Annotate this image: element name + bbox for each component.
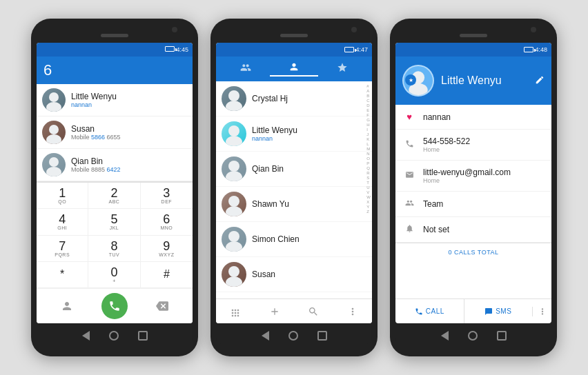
add-contact-button[interactable] bbox=[57, 296, 77, 316]
nickname-block: nannan bbox=[423, 112, 545, 122]
svg-point-3 bbox=[46, 134, 61, 144]
contact-name-simon: Simon Chien bbox=[252, 234, 300, 244]
status-icons-1: 4:45 bbox=[165, 46, 188, 53]
contact-sub-wenyu-p2: nannan bbox=[252, 135, 297, 142]
p2-contact-simon[interactable]: Simon Chien bbox=[216, 222, 372, 257]
email-label: Home bbox=[423, 177, 545, 184]
avatar-susan bbox=[42, 121, 66, 144]
search-button[interactable] bbox=[308, 306, 319, 317]
status-icons-2: 4:47 bbox=[344, 46, 368, 53]
group-block: Team bbox=[423, 199, 545, 209]
call-label: CALL bbox=[426, 307, 444, 315]
more-options-button[interactable] bbox=[347, 306, 358, 317]
dial-key-star[interactable]: * bbox=[37, 262, 88, 288]
phone-camera-1 bbox=[172, 27, 177, 32]
phone-2: 4:47 Crystal Hj bbox=[210, 19, 378, 356]
group-value: Team bbox=[423, 199, 545, 209]
call-button-1[interactable] bbox=[101, 293, 128, 319]
phone3-profile-header: ★ Little Wenyu bbox=[395, 57, 551, 105]
contact-row-qian-bin[interactable]: Qian Bin Mobile 8885 6422 bbox=[37, 149, 193, 181]
info-row-phone[interactable]: 544-558-522 Home bbox=[395, 130, 551, 161]
nav-recent-1[interactable] bbox=[138, 331, 148, 341]
phone-nav-3 bbox=[395, 327, 551, 344]
svg-point-4 bbox=[49, 157, 59, 167]
tab-contacts[interactable] bbox=[270, 61, 318, 77]
dial-key-9[interactable]: 9WXYZ bbox=[141, 236, 193, 262]
svg-point-8 bbox=[228, 125, 239, 136]
p2-contact-susan[interactable]: Susan bbox=[216, 257, 372, 292]
svg-point-15 bbox=[226, 241, 242, 252]
status-time-3: 4:48 bbox=[535, 46, 547, 53]
add-contact-button-p2[interactable] bbox=[269, 306, 280, 317]
phone2-contact-list: Crystal Hj Little Wenyu nannan Qia bbox=[216, 81, 372, 298]
tab-favorites[interactable] bbox=[318, 62, 366, 76]
nav-back-1[interactable] bbox=[82, 331, 90, 341]
info-row-group: Team bbox=[395, 192, 551, 217]
email-icon bbox=[402, 170, 416, 181]
svg-point-2 bbox=[49, 125, 59, 134]
contact-info-little-wenyu: Little Wenyu nannan bbox=[71, 92, 187, 108]
info-row-email[interactable]: little-wenyu@gmail.com Home bbox=[395, 161, 551, 192]
dial-key-5[interactable]: 5JKL bbox=[88, 209, 140, 235]
svg-point-16 bbox=[228, 266, 239, 277]
delete-button[interactable] bbox=[153, 296, 172, 316]
svg-point-6 bbox=[228, 90, 239, 101]
edit-contact-button[interactable] bbox=[535, 75, 545, 87]
dial-key-2[interactable]: 2ABC bbox=[88, 183, 140, 209]
dial-key-0[interactable]: 0+ bbox=[88, 262, 140, 288]
contact-row-susan[interactable]: Susan Mobile 5866 6655 bbox=[37, 116, 193, 149]
nav-recent-3[interactable] bbox=[497, 331, 507, 341]
dial-key-3[interactable]: 3DEF bbox=[141, 183, 193, 209]
phone-3: 4:48 ★ Little Wenyu ♥ nannan bbox=[390, 19, 557, 356]
p2-contact-wenyu[interactable]: Little Wenyu nannan bbox=[216, 116, 372, 152]
dialed-number: 6 bbox=[43, 61, 52, 79]
svg-point-13 bbox=[226, 206, 242, 216]
nav-home-3[interactable] bbox=[468, 331, 478, 341]
phone-screen-1: 4:45 6 Little Wenyu nannan bbox=[37, 43, 193, 323]
dial-key-4[interactable]: 4GHI bbox=[37, 209, 88, 235]
avatar-wenyu-p2 bbox=[222, 121, 246, 146]
nav-back-3[interactable] bbox=[441, 331, 449, 341]
svg-point-7 bbox=[226, 101, 242, 111]
nav-home-2[interactable] bbox=[288, 331, 298, 341]
contact-name-crystal: Crystal Hj bbox=[252, 94, 288, 103]
status-bar-1: 4:45 bbox=[37, 43, 193, 57]
avatar-crystal bbox=[222, 86, 246, 111]
dialpad-button[interactable] bbox=[230, 306, 241, 317]
dial-key-8[interactable]: 8TUV bbox=[88, 236, 140, 262]
svg-point-10 bbox=[228, 161, 239, 172]
status-time-1: 4:45 bbox=[176, 46, 188, 53]
avatar-little-wenyu bbox=[42, 88, 66, 112]
phone2-bottom-bar bbox=[216, 298, 372, 323]
phone-nav-1 bbox=[37, 327, 193, 344]
avatar-susan-p2 bbox=[222, 262, 246, 287]
p2-contact-shawn[interactable]: Shawn Yu bbox=[216, 187, 372, 222]
avatar-qian-bin bbox=[42, 153, 66, 176]
nav-home-1[interactable] bbox=[109, 331, 119, 341]
favorite-star-icon: ★ bbox=[405, 74, 416, 85]
call-action-button[interactable]: CALL bbox=[395, 299, 464, 323]
nav-recent-2[interactable] bbox=[317, 331, 327, 341]
phone-nav-2 bbox=[216, 327, 372, 344]
dial-key-6[interactable]: 6MNO bbox=[141, 209, 193, 235]
contact-info-simon: Simon Chien bbox=[252, 234, 300, 244]
phone-speaker-1 bbox=[101, 34, 128, 37]
dial-key-hash[interactable]: # bbox=[141, 262, 193, 288]
more-actions-button[interactable] bbox=[532, 307, 551, 316]
dial-key-7[interactable]: 7PQRS bbox=[37, 236, 88, 262]
nickname-value: nannan bbox=[423, 112, 545, 122]
p2-contact-crystal[interactable]: Crystal Hj bbox=[216, 81, 372, 116]
dial-key-1[interactable]: 1QO bbox=[37, 183, 88, 209]
tab-groups[interactable] bbox=[222, 62, 270, 76]
contact-info-susan-p2: Susan bbox=[252, 270, 275, 279]
p2-contact-qian[interactable]: Qian Bin bbox=[216, 152, 372, 187]
phone3-action-bar: CALL SMS bbox=[395, 298, 551, 323]
contact-name-wenyu-p2: Little Wenyu bbox=[252, 125, 297, 135]
ringtone-value: Not set bbox=[423, 225, 545, 234]
contact-row-little-wenyu[interactable]: Little Wenyu nannan bbox=[37, 84, 193, 116]
contact-info-shawn: Shawn Yu bbox=[252, 199, 289, 209]
contact-name-susan: Susan bbox=[71, 124, 187, 134]
contact-name-qian-bin: Qian Bin bbox=[71, 156, 187, 166]
sms-action-button[interactable]: SMS bbox=[464, 299, 533, 323]
nav-back-2[interactable] bbox=[262, 331, 269, 341]
